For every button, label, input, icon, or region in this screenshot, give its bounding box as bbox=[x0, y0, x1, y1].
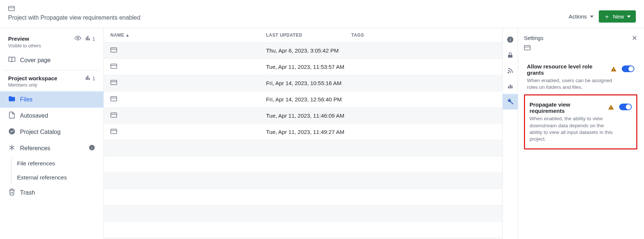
preview-count-wrap: 1 bbox=[85, 35, 95, 42]
file-row[interactable]: Fri, Apr 14, 2023, 10:55:16 AM bbox=[104, 75, 502, 91]
project-icon bbox=[8, 6, 140, 12]
plus-icon: ＋ bbox=[604, 14, 610, 20]
sidebar-item-external-references[interactable]: External references bbox=[0, 171, 103, 185]
workspace-status: 1 bbox=[85, 75, 95, 82]
info-icon[interactable]: i bbox=[89, 144, 95, 152]
new-label: New bbox=[613, 13, 624, 20]
caret-down-icon bbox=[627, 16, 631, 18]
column-last-updated[interactable]: Last Updated bbox=[266, 33, 351, 38]
header-left: Project with Propagate view requirements… bbox=[8, 6, 140, 21]
preview-title: Preview bbox=[8, 36, 29, 42]
check-circle-icon bbox=[8, 128, 16, 137]
project-title: Project with Propagate view requirements… bbox=[8, 14, 140, 21]
rail-rss-button[interactable] bbox=[502, 63, 518, 78]
references-sub: File references External references bbox=[0, 156, 103, 185]
file-row[interactable]: Thu, Apr 6, 2023, 3:05:42 PM bbox=[104, 43, 502, 59]
rail-info-button[interactable]: i bbox=[502, 32, 518, 47]
row-last-updated: Tue, Apr 11, 2023, 11:46:09 AM bbox=[266, 112, 351, 119]
row-last-updated: Thu, Apr 6, 2023, 3:05:42 PM bbox=[266, 47, 351, 54]
folder-icon bbox=[8, 95, 16, 104]
file-row[interactable]: Fri, Apr 14, 2023, 12:56:40 PM bbox=[104, 91, 502, 108]
close-icon[interactable]: ✕ bbox=[632, 34, 637, 42]
sort-asc-icon: ▴ bbox=[126, 33, 129, 38]
preview-count: 1 bbox=[92, 36, 95, 42]
trash-icon bbox=[8, 188, 16, 197]
sidebar-item-autosaved[interactable]: Autosaved bbox=[0, 108, 103, 124]
sidebar-item-catalog[interactable]: Project Catalog bbox=[0, 124, 103, 140]
rail-stats-button[interactable] bbox=[502, 78, 518, 94]
asterisk-icon bbox=[8, 144, 16, 153]
column-tags[interactable]: Tags bbox=[351, 33, 496, 38]
setting-propagate: Propagate view requirements When enabled… bbox=[527, 98, 635, 146]
blank-row bbox=[104, 156, 502, 173]
allow-grants-toggle[interactable] bbox=[622, 65, 634, 72]
sidebar-item-file-references[interactable]: File references bbox=[0, 156, 103, 171]
blank-row bbox=[104, 140, 502, 156]
allow-grants-title: Allow resource level role grants bbox=[527, 63, 608, 76]
file-row[interactable]: Tue, Apr 11, 2023, 11:49:27 AM bbox=[104, 124, 502, 140]
column-name[interactable]: Name ▴ bbox=[110, 33, 266, 38]
propagate-highlight: Propagate view requirements When enabled… bbox=[524, 94, 637, 149]
propagate-toggle[interactable] bbox=[619, 104, 632, 110]
dataset-icon bbox=[110, 47, 117, 53]
svg-rect-0 bbox=[9, 6, 14, 11]
new-button[interactable]: ＋ New bbox=[599, 10, 636, 23]
rows-container: Thu, Apr 6, 2023, 3:05:42 PMTue, Apr 11,… bbox=[104, 43, 502, 239]
settings-project-icon bbox=[524, 45, 637, 51]
sidebar-item-trash[interactable]: Trash bbox=[0, 185, 103, 201]
actions-menu[interactable]: Actions bbox=[569, 13, 594, 20]
org-icon bbox=[85, 35, 91, 42]
sidebar: Preview 1 Visible to others Cover page bbox=[0, 28, 104, 239]
dataset-icon bbox=[110, 64, 117, 69]
warning-icon bbox=[608, 104, 614, 111]
row-last-updated: Fri, Apr 14, 2023, 12:56:40 PM bbox=[266, 96, 351, 102]
workspace-subtitle: Members only bbox=[0, 82, 103, 91]
svg-rect-26 bbox=[511, 86, 512, 89]
svg-rect-27 bbox=[524, 46, 530, 50]
trash-label: Trash bbox=[20, 189, 35, 196]
svg-point-2 bbox=[77, 37, 79, 39]
sidebar-item-cover-page[interactable]: Cover page bbox=[0, 52, 103, 68]
svg-rect-12 bbox=[111, 80, 117, 85]
ext-refs-label: External references bbox=[17, 174, 67, 181]
caret-down-icon bbox=[590, 16, 594, 18]
rail-lock-button[interactable] bbox=[502, 47, 518, 63]
dataset-icon bbox=[110, 112, 117, 118]
svg-rect-24 bbox=[508, 86, 509, 88]
references-label: References bbox=[20, 145, 50, 152]
row-last-updated: Tue, Apr 11, 2023, 11:53:57 AM bbox=[266, 64, 351, 70]
file-row[interactable]: Tue, Apr 11, 2023, 11:53:57 AM bbox=[104, 59, 502, 75]
blank-row bbox=[104, 205, 502, 222]
dataset-icon bbox=[110, 129, 117, 134]
svg-rect-10 bbox=[111, 64, 117, 68]
rail-settings-button[interactable] bbox=[502, 94, 518, 110]
eye-icon bbox=[74, 35, 81, 43]
dataset-icon bbox=[110, 80, 117, 85]
workspace-count: 1 bbox=[92, 75, 95, 81]
column-name-label: Name bbox=[110, 33, 124, 38]
allow-grants-title-row: Allow resource level role grants bbox=[527, 63, 617, 76]
icon-rail: i bbox=[502, 28, 518, 239]
file-list: Name ▴ Last Updated Tags Thu, Apr 6, 202… bbox=[104, 28, 502, 239]
divider bbox=[4, 70, 100, 70]
svg-text:i: i bbox=[92, 146, 93, 150]
preview-subtitle: Visible to others bbox=[0, 43, 103, 52]
file-row[interactable]: Tue, Apr 11, 2023, 11:46:09 AM bbox=[104, 108, 502, 124]
sidebar-item-files[interactable]: Files bbox=[0, 91, 103, 108]
propagate-desc: When enabled, the ability to view downst… bbox=[530, 115, 614, 142]
files-label: Files bbox=[20, 96, 33, 103]
sidebar-item-references[interactable]: References i bbox=[0, 140, 103, 156]
settings-header: Settings ✕ bbox=[524, 34, 637, 42]
header-right: Actions ＋ New bbox=[569, 6, 636, 23]
propagate-title-row: Propagate view requirements bbox=[530, 101, 614, 114]
workspace-title: Project workspace bbox=[8, 75, 57, 81]
setting-allow-grants: Allow resource level role grants When en… bbox=[524, 60, 637, 94]
svg-rect-22 bbox=[508, 55, 512, 58]
blank-row bbox=[104, 189, 502, 205]
book-open-icon bbox=[8, 56, 16, 65]
propagate-title: Propagate view requirements bbox=[530, 101, 606, 114]
svg-rect-8 bbox=[111, 48, 117, 52]
svg-rect-18 bbox=[111, 129, 117, 134]
file-list-header: Name ▴ Last Updated Tags bbox=[104, 28, 502, 43]
preview-header: Preview 1 bbox=[0, 32, 103, 43]
